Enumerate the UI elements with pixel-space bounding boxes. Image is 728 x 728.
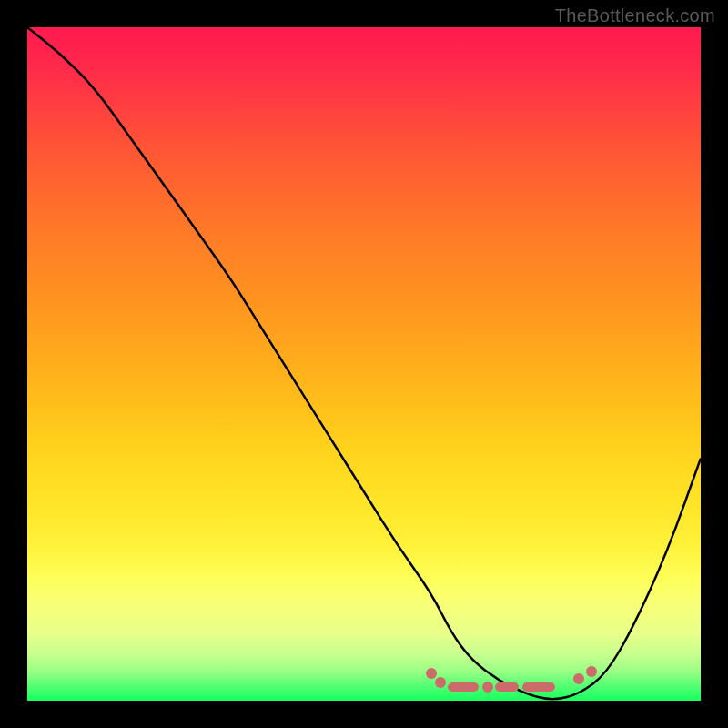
marker-dot xyxy=(435,677,446,688)
marker-dash xyxy=(448,682,479,692)
marker-dash xyxy=(495,682,519,692)
marker-dot xyxy=(426,668,437,679)
watermark-text: TheBottleneck.com xyxy=(555,5,715,26)
marker-dot xyxy=(573,673,584,684)
floor-marker-zone xyxy=(27,664,701,701)
marker-dot xyxy=(586,666,597,677)
marker-dash xyxy=(522,682,555,692)
chart-plot-area xyxy=(27,27,701,701)
marker-dot xyxy=(482,682,493,693)
bottleneck-curve xyxy=(27,27,701,701)
